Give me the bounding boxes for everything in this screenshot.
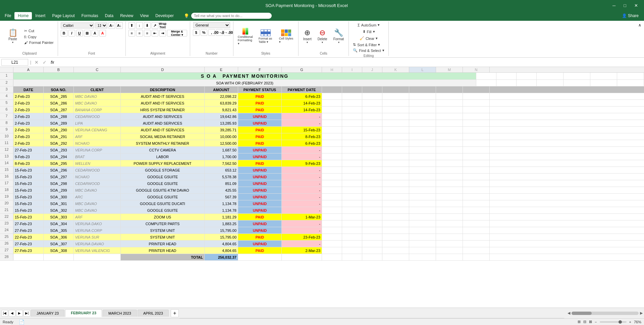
menu-file[interactable]: File — [1, 12, 14, 19]
cell-m[interactable] — [436, 153, 463, 160]
cell-n[interactable] — [463, 247, 490, 254]
text-angle-button[interactable]: ↗ — [152, 22, 158, 29]
col-header-a[interactable]: A — [13, 67, 44, 72]
cell-amount[interactable]: 22,098.22 — [205, 93, 238, 100]
cell-amount[interactable]: 10,000.00 — [205, 133, 238, 140]
cell-amount[interactable]: 4,804.65 — [205, 241, 238, 247]
cell-j3[interactable] — [362, 86, 382, 93]
cell-h[interactable] — [322, 207, 342, 213]
sheet-tab-january[interactable]: JANUARY 23 — [31, 310, 64, 317]
cell-i[interactable] — [342, 227, 362, 234]
cell-l[interactable] — [409, 194, 436, 200]
cell-date[interactable]: 15-Feb-23 — [13, 207, 44, 213]
cell-description[interactable]: SOCAIL MEDIA RETAINER — [121, 133, 205, 140]
cell-h28[interactable] — [322, 254, 342, 260]
cell-n[interactable] — [463, 153, 490, 160]
cell-d28[interactable]: TOTAL — [121, 254, 205, 260]
cell-h[interactable] — [322, 120, 342, 126]
cell-client[interactable]: CEDARWOOD — [74, 113, 121, 120]
cell-l[interactable] — [409, 100, 436, 106]
cell-date[interactable]: 27-Feb-23 — [13, 147, 44, 153]
cell-amount[interactable]: 1,883.25 — [205, 220, 238, 227]
cell-m[interactable] — [436, 207, 463, 213]
cell-soa-no[interactable]: SOA _302 — [44, 207, 74, 213]
sheet-tab-april[interactable]: APRIL 2023 — [138, 310, 169, 317]
cell-soa-no[interactable]: SOA _289 — [44, 120, 74, 126]
cell-soa-no[interactable]: SOA _295 — [44, 160, 74, 167]
cell-amount[interactable]: 12,500.00 — [205, 140, 238, 146]
increase-indent-button[interactable]: ⇥ — [159, 30, 166, 37]
cell-payment-status[interactable]: PAID — [238, 234, 282, 240]
menu-page-layout[interactable]: Page Layout — [49, 12, 78, 19]
cell-n[interactable] — [463, 227, 490, 234]
cell-i[interactable] — [342, 241, 362, 247]
cell-h[interactable] — [322, 187, 342, 193]
cell-k2[interactable] — [537, 80, 564, 86]
cell-l[interactable] — [409, 180, 436, 187]
cell-description[interactable]: SYSTEM MONTHLY RETAINER — [121, 140, 205, 146]
sheet-tab-february[interactable]: FEBRUARY 23 — [65, 309, 102, 317]
cell-i[interactable] — [342, 100, 362, 106]
cell-payment-status[interactable]: PAID — [238, 127, 282, 133]
cell-n28[interactable] — [463, 254, 490, 260]
cell-l[interactable] — [409, 234, 436, 240]
cell-k[interactable] — [382, 194, 409, 200]
cell-date[interactable]: 22-Feb-23 — [13, 234, 44, 240]
cell-g28[interactable] — [282, 254, 322, 260]
cell-j[interactable] — [362, 214, 382, 220]
cell-n1[interactable] — [617, 73, 644, 79]
cell-m[interactable] — [436, 167, 463, 173]
menu-insert[interactable]: Insert — [32, 12, 49, 19]
cell-h3[interactable] — [322, 86, 342, 93]
cell-payment-status[interactable]: UNPAID — [238, 180, 282, 187]
cell-payment-status[interactable]: UNPAID — [238, 153, 282, 160]
cell-n[interactable] — [463, 234, 490, 240]
cell-h[interactable] — [322, 93, 342, 100]
cell-k3[interactable] — [382, 86, 409, 93]
cell-j[interactable] — [362, 153, 382, 160]
paste-button[interactable]: 📋 Paste ▾ — [4, 25, 21, 48]
cell-amount[interactable]: 9,821.43 — [205, 107, 238, 113]
fill-button[interactable]: ⬇ Fill ▾ — [361, 29, 376, 35]
cell-n[interactable] — [463, 167, 490, 173]
cell-m[interactable] — [436, 100, 463, 106]
cell-date[interactable]: 2-Feb-23 — [13, 140, 44, 146]
cell-description[interactable]: CCTV CAMERA — [121, 147, 205, 153]
cell-client[interactable]: MBC DAVAO — [74, 187, 121, 193]
cell-n[interactable] — [463, 147, 490, 153]
collapse-ribbon-button[interactable]: ∧ — [637, 21, 643, 29]
cell-soa-no[interactable]: SOA _285 — [44, 93, 74, 100]
cell-j[interactable] — [362, 174, 382, 180]
cell-m[interactable] — [436, 247, 463, 254]
cell-m[interactable] — [436, 241, 463, 247]
cell-date[interactable]: 15-Feb-23 — [13, 180, 44, 187]
cell-k[interactable] — [382, 174, 409, 180]
col-header-d[interactable]: D — [121, 67, 205, 72]
cell-payment-date[interactable]: - — [282, 241, 322, 247]
cell-k[interactable] — [382, 200, 409, 207]
share-button[interactable]: 👤 Share — [618, 12, 643, 19]
insert-function-button[interactable]: fx — [49, 60, 55, 65]
cell-payment-date[interactable]: - — [282, 187, 322, 193]
cell-date[interactable]: 27-Feb-23 — [13, 241, 44, 247]
cell-amount[interactable]: 1,134.78 — [205, 207, 238, 213]
cell-client[interactable]: VERUNA DAKO — [74, 220, 121, 227]
cell-l[interactable] — [409, 160, 436, 167]
cell-a3[interactable]: DATE — [13, 86, 44, 93]
cell-n[interactable] — [463, 120, 490, 126]
cell-payment-status[interactable]: UNPAID — [238, 167, 282, 173]
cell-k[interactable] — [382, 93, 409, 100]
cell-payment-date[interactable]: - — [282, 220, 322, 227]
cell-h[interactable] — [322, 241, 342, 247]
cell-amount[interactable]: 63,839.29 — [205, 100, 238, 106]
menu-formulas[interactable]: Formulas — [78, 12, 102, 19]
cell-payment-date[interactable]: 2-Mar-23 — [282, 247, 322, 254]
cell-description[interactable]: GOOGLE GSUITE — [121, 194, 205, 200]
align-middle-button[interactable]: ↕ — [136, 22, 143, 29]
align-top-button[interactable]: ⬆ — [128, 22, 135, 29]
cell-m3[interactable] — [436, 86, 463, 93]
cell-j[interactable] — [362, 194, 382, 200]
cell-h[interactable] — [322, 214, 342, 220]
cell-n[interactable] — [463, 113, 490, 120]
cell-payment-date[interactable]: - — [282, 180, 322, 187]
